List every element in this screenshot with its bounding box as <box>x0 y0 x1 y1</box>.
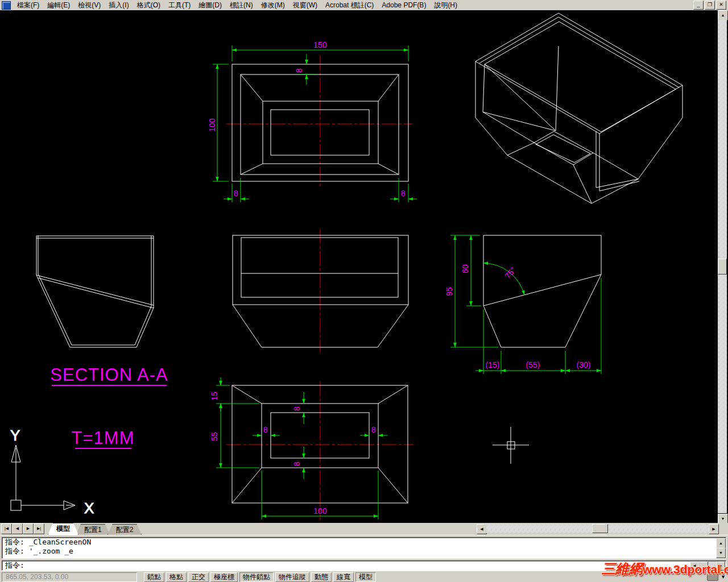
dim-bottom-off-left: 8 <box>263 425 268 434</box>
dim-bottom-off-right: 8 <box>371 425 376 434</box>
menu-edit[interactable]: 編輯(E) <box>43 0 74 11</box>
horizontal-scroll-thumb[interactable] <box>592 524 608 533</box>
command-history-line: 指令: '_.zoom _e <box>2 547 726 556</box>
ucs-x-label: X <box>84 500 94 517</box>
menu-adobe-pdf[interactable]: Adobe PDF(B) <box>378 1 430 10</box>
menu-modify[interactable]: 修改(M) <box>257 0 289 11</box>
layout-tabs: 模型 配置1 配置2 <box>48 523 139 534</box>
menu-help[interactable]: 說明(H) <box>430 0 461 11</box>
restore-button[interactable]: ❐ <box>705 1 715 10</box>
menu-acrobat-comments[interactable]: Acrobat 標註(C) <box>321 0 378 11</box>
watermark-site-name: 三維網 <box>602 561 643 576</box>
side-view-geometry[interactable]: 95 60 75° (15) (55) (30) <box>445 235 601 374</box>
autocad-window: 檔案(F) 編輯(E) 檢視(V) 插入(I) 格式(O) 工具(T) 繪圖(D… <box>0 0 728 582</box>
dim-side-seg-right: (30) <box>577 360 591 369</box>
menu-file[interactable]: 檔案(F) <box>13 0 43 11</box>
dim-top-height: 100 <box>208 118 217 132</box>
dim-bottom-off-top: 8 <box>292 406 301 411</box>
dim-top-rim: 8 <box>295 68 304 73</box>
section-view-geometry[interactable]: SECTION A-A T=1MM <box>36 236 168 448</box>
toggle-ortho[interactable]: 正交 <box>188 572 209 582</box>
section-label: SECTION A-A <box>50 365 168 385</box>
scroll-left-button[interactable]: ◀ <box>477 524 487 534</box>
dim-bottom-off-bottom: 8 <box>292 462 301 466</box>
minimize-button[interactable]: _ <box>693 1 704 10</box>
dim-top-rim-bl: 8 <box>234 189 238 198</box>
command-scroll-up-icon[interactable]: ▲ <box>716 538 726 548</box>
menu-view[interactable]: 檢視(V) <box>74 0 105 11</box>
toggle-otrack[interactable]: 物件追蹤 <box>275 572 309 582</box>
watermark-site-url: www.3dportal.cn <box>643 563 728 576</box>
dim-side-seg-mid: (55) <box>526 360 540 369</box>
top-view-geometry[interactable]: 150 100 8 8 8 <box>208 40 417 202</box>
vertical-scroll-thumb[interactable] <box>718 259 727 275</box>
window-controls: _ ❐ ✕ <box>693 1 728 10</box>
tab-model[interactable]: 模型 <box>48 523 78 535</box>
watermark: 三維網www.3dportal.cn <box>602 560 728 578</box>
menu-insert[interactable]: 插入(I) <box>105 0 133 11</box>
vertical-scroll-track[interactable] <box>718 20 727 513</box>
thickness-note: T=1MM <box>72 428 135 448</box>
bottom-view-geometry[interactable]: 15 55 8 8 8 8 100 <box>210 377 413 520</box>
dim-bottom-width: 100 <box>313 506 327 516</box>
dim-bottom-side: 55 <box>210 432 219 441</box>
front-view-geometry[interactable] <box>233 229 408 352</box>
toggle-grid[interactable]: 格點 <box>166 572 187 582</box>
toggle-polar[interactable]: 極座標 <box>210 572 238 582</box>
tab-nav-first-icon[interactable]: |◀ <box>1 523 12 534</box>
menu-draw[interactable]: 繪圖(D) <box>195 0 226 11</box>
coordinate-readout: 865.05, 203.53, 0.00 <box>2 572 137 582</box>
horizontal-scroll-track[interactable] <box>486 524 708 533</box>
drawing-canvas[interactable]: 150 100 8 8 8 <box>0 10 718 523</box>
close-button[interactable]: ✕ <box>716 1 726 10</box>
tab-nav-last-icon[interactable]: ▶| <box>34 523 44 534</box>
dim-bottom-inset: 15 <box>210 392 219 401</box>
tab-nav-next-icon[interactable]: ▶ <box>23 523 34 534</box>
dim-side-seg-left: (15) <box>486 360 500 369</box>
menu-tools[interactable]: 工具(T) <box>164 0 195 11</box>
command-scrollbar: ▲ ▼ <box>715 538 725 558</box>
menu-dimension[interactable]: 標註(N) <box>226 0 257 11</box>
toggle-model[interactable]: 模型 <box>355 572 376 582</box>
command-history-line: 指令: _CleanScreenON <box>2 538 726 547</box>
menu-window[interactable]: 視窗(W) <box>289 0 321 11</box>
tab-layout2[interactable]: 配置2 <box>107 524 142 535</box>
status-toggles: 鎖點 格點 正交 極座標 物件鎖點 物件追蹤 動態 線寬 模型 <box>144 572 376 582</box>
dim-side-upper: 60 <box>461 264 470 273</box>
tab-layout1[interactable]: 配置1 <box>76 524 110 535</box>
horizontal-scrollbar[interactable]: ◀ ▶ <box>477 524 718 533</box>
crosshair-cursor <box>493 427 529 464</box>
dim-side-height: 95 <box>445 287 454 296</box>
vertical-scrollbar[interactable]: ▲ ▼ <box>718 10 728 523</box>
command-history[interactable]: 指令: _CleanScreenON 指令: '_.zoom _e ▲ ▼ <box>2 537 726 559</box>
toggle-osnap[interactable]: 物件鎖點 <box>239 572 274 582</box>
command-scroll-down-icon[interactable]: ▼ <box>716 548 726 558</box>
menu-format[interactable]: 格式(O) <box>133 0 164 11</box>
ucs-y-label: Y <box>10 427 20 444</box>
toggle-lineweight[interactable]: 線寬 <box>333 572 354 582</box>
scroll-up-button[interactable]: ▲ <box>718 10 728 20</box>
dim-top-rim-br: 8 <box>401 189 406 198</box>
menu-bar: 檔案(F) 編輯(E) 檢視(V) 插入(I) 格式(O) 工具(T) 繪圖(D… <box>0 0 728 11</box>
toggle-snap[interactable]: 鎖點 <box>144 572 164 582</box>
app-icon[interactable] <box>2 1 11 10</box>
tab-nav-prev-icon[interactable]: ◀ <box>12 523 23 534</box>
isometric-view-geometry[interactable] <box>475 13 682 203</box>
dim-top-width: 150 <box>313 40 327 49</box>
scroll-right-button[interactable]: ▶ <box>709 524 719 534</box>
toggle-dynamic[interactable]: 動態 <box>311 572 332 582</box>
